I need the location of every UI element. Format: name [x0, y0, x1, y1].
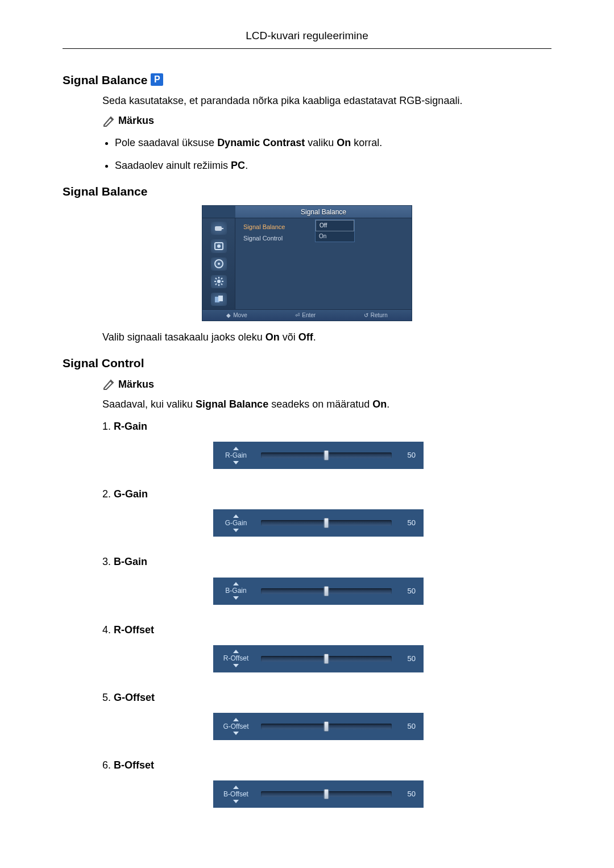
txt-bold: PC: [231, 160, 245, 171]
triangle-up-icon[interactable]: [233, 514, 239, 518]
triangle-up-icon[interactable]: [233, 718, 239, 721]
slider-name: G-Gain: [225, 518, 247, 528]
slider-panel[interactable]: B-Gain50: [213, 578, 424, 605]
triangle-up-icon[interactable]: [233, 650, 239, 653]
svg-line-13: [221, 278, 222, 279]
slider-name: G-Offset: [223, 722, 248, 732]
slider-track[interactable]: [261, 791, 392, 797]
osd-row-label: Signal Control: [243, 234, 306, 243]
txt: seadeks on määratud: [268, 398, 372, 410]
slider-value: 50: [400, 789, 416, 799]
slider-track[interactable]: [261, 724, 392, 729]
txt-bold: On: [337, 137, 351, 148]
osd-option-on[interactable]: On: [316, 231, 354, 242]
slider-name-column: G-Gain: [219, 514, 253, 532]
input-icon[interactable]: [211, 222, 227, 235]
triangle-down-icon[interactable]: [233, 732, 239, 735]
osd-option-off[interactable]: Off: [316, 220, 354, 231]
slider-knob[interactable]: [324, 654, 329, 664]
osd-foot-move: ◆ Move: [226, 312, 247, 319]
bullet-1: Pole saadaval üksuse Dynamic Contrast va…: [115, 136, 551, 150]
slider-name-column: R-Offset: [219, 650, 253, 667]
slider-item-label: R-Offset: [114, 623, 199, 637]
slider-item: R-OffsetR-Offset50: [114, 623, 551, 672]
txt: valiku: [305, 137, 337, 148]
slider-item: G-OffsetG-Offset50: [114, 691, 551, 740]
bullet-2: Saadaolev ainult režiimis PC.: [115, 159, 551, 173]
txt: Enter: [302, 312, 316, 319]
slider-name-column: R-Gain: [219, 447, 253, 464]
slider-panel[interactable]: R-Gain50: [213, 442, 424, 469]
txt-bold: Off: [298, 331, 313, 343]
triangle-up-icon[interactable]: [233, 582, 239, 585]
slider-value: 50: [400, 654, 416, 664]
svg-line-11: [221, 284, 222, 285]
triangle-down-icon[interactable]: [233, 800, 239, 803]
slider-track[interactable]: [261, 588, 392, 594]
slider-knob[interactable]: [324, 518, 329, 528]
slider-item-label: R-Gain: [114, 420, 199, 434]
svg-line-12: [215, 284, 217, 285]
slider-knob[interactable]: [324, 721, 329, 732]
svg-point-5: [217, 280, 221, 283]
txt: Pole saadaval üksuse: [115, 137, 217, 148]
note-line: Märkus: [102, 114, 551, 128]
note-line: Märkus: [102, 377, 551, 392]
slider-panel[interactable]: G-Offset50: [213, 713, 424, 740]
slider-panel[interactable]: B-Offset50: [213, 780, 424, 808]
slider-list: R-GainR-Gain50G-GainG-Gain50B-GainB-Gain…: [114, 420, 551, 808]
txt-bold: On: [372, 398, 387, 410]
signal-control-availability: Saadaval, kui valiku Signal Balance sead…: [102, 397, 551, 412]
slider-knob[interactable]: [324, 789, 329, 799]
slider-item-label: B-Gain: [114, 555, 199, 569]
txt-bold: On: [265, 331, 280, 343]
slider-track[interactable]: [261, 656, 392, 662]
heading-text: Signal Balance: [63, 72, 147, 88]
heading-text: Signal Control: [63, 355, 144, 371]
osd-sidebar: [202, 218, 235, 309]
slider-value: 50: [400, 518, 416, 528]
txt: Saadaolev ainult režiimis: [115, 160, 231, 171]
triangle-down-icon[interactable]: [233, 596, 239, 600]
section-heading-signal-balance-2: Signal Balance: [63, 183, 551, 200]
osd-foot-return: ↺ Return: [364, 312, 388, 319]
slider-value: 50: [400, 450, 416, 460]
txt: Return: [371, 312, 388, 319]
txt: .: [313, 331, 316, 343]
multi-icon[interactable]: [211, 293, 227, 306]
svg-point-2: [217, 244, 221, 248]
slider-knob[interactable]: [324, 586, 329, 596]
osd-title: Signal Balance: [235, 206, 412, 218]
slider-knob[interactable]: [324, 450, 329, 460]
slider-track[interactable]: [261, 520, 392, 526]
txt: Move: [233, 312, 247, 319]
slider-track[interactable]: [261, 452, 392, 458]
slider-name-column: B-Gain: [219, 582, 253, 600]
page-header: LCD-kuvari reguleerimine: [63, 28, 551, 44]
note-label: Märkus: [118, 377, 154, 392]
note-pencil-icon: [102, 378, 116, 391]
header-rule: [63, 48, 551, 49]
gear-icon[interactable]: [211, 275, 227, 288]
txt: .: [387, 398, 389, 410]
txt: Valib signaali tasakaalu jaoks oleku: [102, 331, 265, 343]
osd-menu: Signal Balance Signal Balance Signal: [202, 205, 412, 321]
slider-item-label: B-Offset: [114, 758, 199, 773]
section-heading-signal-control: Signal Control: [63, 355, 551, 371]
osd-option-box[interactable]: Off On: [315, 219, 355, 242]
slider-panel[interactable]: G-Gain50: [213, 509, 424, 537]
txt: korral.: [351, 137, 382, 148]
picture-icon[interactable]: [211, 239, 227, 252]
triangle-down-icon[interactable]: [233, 664, 239, 667]
triangle-up-icon[interactable]: [233, 447, 239, 450]
triangle-up-icon[interactable]: [233, 786, 239, 789]
intro-text: Seda kasutatakse, et parandada nõrka pik…: [102, 94, 551, 108]
signal-balance-desc: Valib signaali tasakaalu jaoks oleku On …: [102, 330, 551, 344]
triangle-down-icon[interactable]: [233, 461, 239, 464]
slider-name-column: G-Offset: [219, 718, 253, 736]
svg-point-4: [218, 263, 220, 265]
disc-icon[interactable]: [211, 258, 227, 271]
triangle-down-icon[interactable]: [233, 529, 239, 532]
slider-panel[interactable]: R-Offset50: [213, 645, 424, 672]
slider-name: R-Offset: [223, 654, 248, 663]
